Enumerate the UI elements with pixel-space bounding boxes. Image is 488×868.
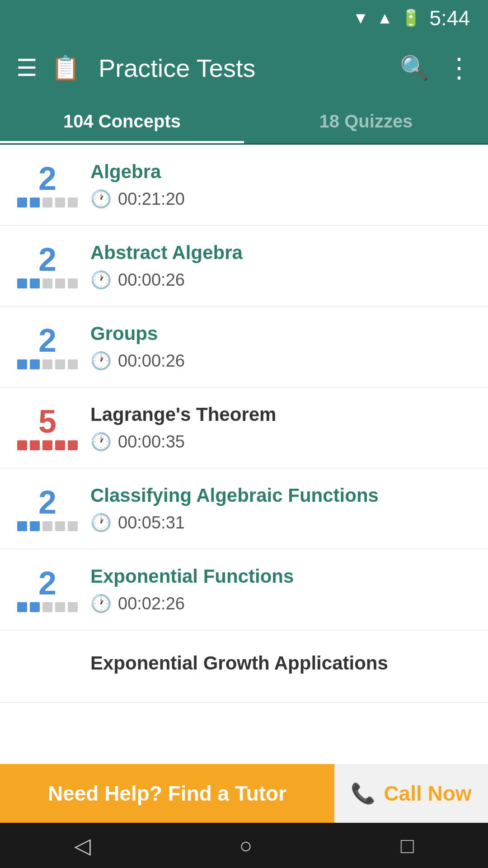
time-value: 00:00:35 xyxy=(118,432,185,452)
item-time: 🕐 00:05:31 xyxy=(90,513,470,533)
item-time: 🕐 00:00:26 xyxy=(90,351,470,371)
score-dot xyxy=(17,521,27,531)
item-info: Exponential Growth Applications xyxy=(77,652,470,680)
item-time: 🕐 00:00:26 xyxy=(90,270,470,290)
doc-icon: 📋 xyxy=(51,54,80,82)
time-value: 00:02:26 xyxy=(118,594,185,613)
score-dot xyxy=(30,198,40,208)
item-score: 2 xyxy=(18,567,77,612)
item-title: Abstract Algebra xyxy=(90,242,470,264)
list-item[interactable]: 2 Abstract Algebra 🕐 00:00:26 xyxy=(0,226,488,307)
item-time: 🕐 00:21:20 xyxy=(90,189,470,209)
score-dot xyxy=(68,440,78,450)
status-bar: ▼ ▲ 🔋 5:44 xyxy=(0,0,488,36)
item-title: Groups xyxy=(90,323,470,344)
score-dot xyxy=(30,602,40,612)
time-value: 00:00:26 xyxy=(118,351,185,371)
score-dots xyxy=(17,440,78,450)
item-info: Exponential Functions 🕐 00:02:26 xyxy=(77,566,470,613)
score-dot xyxy=(68,359,78,369)
wifi-icon: ▼ xyxy=(352,9,369,28)
clock-icon: 🕐 xyxy=(90,270,112,290)
clock-icon: 🕐 xyxy=(90,594,112,613)
item-title: Exponential Functions xyxy=(90,566,470,587)
menu-button[interactable]: ☰ xyxy=(16,56,38,80)
score-dot xyxy=(55,198,65,208)
signal-icon: ▲ xyxy=(377,9,393,28)
list-item[interactable]: 2 Groups 🕐 00:00:26 xyxy=(0,307,488,387)
time-value: 00:21:20 xyxy=(118,189,185,209)
more-button[interactable]: ⋮ xyxy=(446,52,472,84)
score-dot xyxy=(17,602,27,612)
status-time: 5:44 xyxy=(429,6,470,30)
score-dot xyxy=(42,359,52,369)
score-dot xyxy=(55,278,65,288)
list-item[interactable]: Exponential Growth Applications xyxy=(0,630,488,703)
score-dot xyxy=(30,278,40,288)
item-info: Lagrange's Theorem 🕐 00:00:35 xyxy=(77,404,470,452)
clock-icon: 🕐 xyxy=(90,351,112,371)
find-tutor-text: Need Help? Find a Tutor xyxy=(48,781,286,806)
app-bar-actions: 🔍 ⋮ xyxy=(400,52,472,84)
score-dot xyxy=(55,602,65,612)
item-title: Exponential Growth Applications xyxy=(90,652,470,674)
battery-icon: 🔋 xyxy=(401,9,421,28)
score-number: 2 xyxy=(38,243,56,276)
item-title: Algebra xyxy=(90,161,470,183)
list-item[interactable]: 2 Classifying Algebraic Functions 🕐 00:0… xyxy=(0,468,488,549)
score-dots xyxy=(17,521,78,531)
score-dot xyxy=(42,198,52,208)
score-dot xyxy=(17,198,27,208)
home-button[interactable]: ○ xyxy=(239,833,252,858)
score-dots xyxy=(17,198,78,208)
score-dot xyxy=(42,521,52,531)
tab-concepts[interactable]: 104 Concepts xyxy=(0,99,244,143)
call-now-button[interactable]: 📞 Call Now xyxy=(334,764,488,823)
find-tutor-button[interactable]: Need Help? Find a Tutor xyxy=(0,764,334,823)
search-button[interactable]: 🔍 xyxy=(400,54,429,82)
bottom-banner: Need Help? Find a Tutor 📞 Call Now xyxy=(0,764,488,823)
score-number: 2 xyxy=(38,324,56,357)
list-item[interactable]: 2 Algebra 🕐 00:21:20 xyxy=(0,145,488,226)
score-dot xyxy=(68,602,78,612)
score-dot xyxy=(68,521,78,531)
item-info: Classifying Algebraic Functions 🕐 00:05:… xyxy=(77,485,470,533)
call-now-text: Call Now xyxy=(384,781,471,806)
item-info: Groups 🕐 00:00:26 xyxy=(77,323,470,371)
item-title: Lagrange's Theorem xyxy=(90,404,470,425)
score-dot xyxy=(30,521,40,531)
score-dot xyxy=(55,521,65,531)
item-time: 🕐 00:00:35 xyxy=(90,432,470,452)
tab-quizzes[interactable]: 18 Quizzes xyxy=(244,99,488,143)
item-score: 2 xyxy=(18,324,77,369)
time-value: 00:00:26 xyxy=(118,270,185,290)
score-dot xyxy=(42,278,52,288)
list-item[interactable]: 2 Exponential Functions 🕐 00:02:26 xyxy=(0,549,488,630)
recent-button[interactable]: □ xyxy=(401,833,414,858)
clock-icon: 🕐 xyxy=(90,432,112,452)
score-dot xyxy=(68,198,78,208)
concepts-list: 2 Algebra 🕐 00:21:20 2 xyxy=(0,145,488,703)
time-value: 00:05:31 xyxy=(118,513,185,533)
score-dot xyxy=(55,359,65,369)
item-score: 2 xyxy=(18,162,77,208)
app-bar: ☰ 📋 Practice Tests 🔍 ⋮ xyxy=(0,36,488,99)
item-info: Algebra 🕐 00:21:20 xyxy=(77,161,470,209)
bottom-nav: ◁ ○ □ xyxy=(0,823,488,868)
score-dot xyxy=(42,602,52,612)
score-dot xyxy=(42,440,52,450)
score-dot xyxy=(55,440,65,450)
score-dot xyxy=(30,359,40,369)
clock-icon: 🕐 xyxy=(90,513,112,533)
item-info: Abstract Algebra 🕐 00:00:26 xyxy=(77,242,470,290)
score-dot xyxy=(68,278,78,288)
score-number: 2 xyxy=(38,486,56,519)
list-item[interactable]: 5 Lagrange's Theorem 🕐 00:00:35 xyxy=(0,387,488,468)
status-icons: ▼ ▲ 🔋 5:44 xyxy=(352,6,470,30)
item-time: 🕐 00:02:26 xyxy=(90,594,470,613)
score-number: 5 xyxy=(38,405,56,438)
back-button[interactable]: ◁ xyxy=(74,833,91,858)
score-dot xyxy=(17,359,27,369)
score-number: 2 xyxy=(38,162,56,195)
item-score: 5 xyxy=(18,405,77,450)
